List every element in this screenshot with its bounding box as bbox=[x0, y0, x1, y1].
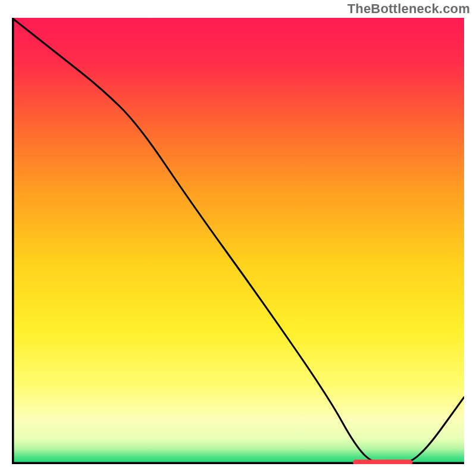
chart-container bbox=[12, 18, 464, 464]
bottleneck-curve-chart bbox=[12, 18, 464, 464]
gradient-background bbox=[12, 18, 464, 464]
watermark-text: TheBottleneck.com bbox=[347, 1, 470, 17]
